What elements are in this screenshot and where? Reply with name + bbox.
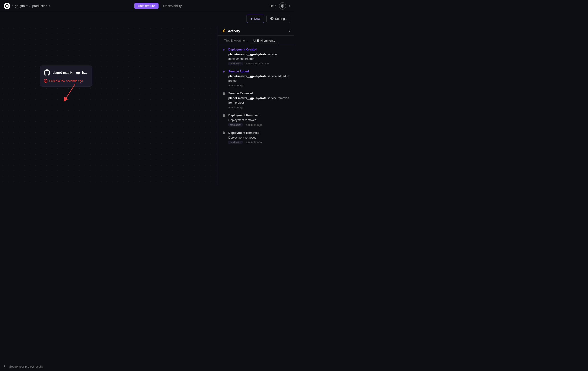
event-meta: a minute ago — [228, 84, 290, 87]
event-meta: a minute ago — [228, 106, 290, 109]
plus-icon: + — [251, 17, 252, 21]
service-card-header: planet-matrix__gp--hyd... — [44, 69, 88, 76]
event-description: planet-matrix__gp--hydrate service remov… — [228, 96, 290, 105]
chevron-down-icon: ▾ — [26, 4, 28, 8]
trash-icon: 🗑 — [222, 131, 225, 134]
bullet-trash: 🗑 — [221, 92, 226, 109]
nav-tabs: Architecture Observability — [134, 3, 185, 9]
settings-icon[interactable] — [279, 2, 286, 10]
chevron-down-icon: ▾ — [49, 4, 50, 8]
nav-account-chevron[interactable]: ▾ — [289, 4, 290, 8]
activity-icon: ⚡ — [221, 29, 226, 33]
activity-feed: + Deployment Created planet-matrix__gp--… — [218, 44, 294, 186]
event-title: Service Added — [228, 70, 290, 73]
nav-right: Help ▾ — [270, 2, 290, 10]
list-item: + Service Added planet-matrix__gp--hydra… — [221, 70, 290, 87]
activity-chevron-icon[interactable]: ▾ — [289, 29, 290, 33]
bullet-plus: + — [221, 70, 226, 87]
breadcrumb-separator-1: / — [12, 3, 13, 8]
trash-icon: 🗑 — [222, 114, 225, 117]
trash-icon: 🗑 — [222, 92, 225, 95]
event-title: Deployment Removed — [228, 113, 262, 117]
event-title: Deployment Removed — [228, 131, 262, 134]
event-title: Service Removed — [228, 92, 290, 95]
service-name: planet-matrix__gp--hyd... — [52, 71, 88, 75]
top-navigation: / gp-gfm ▾ / production ▾ Architecture O… — [0, 0, 294, 12]
bullet-trash: 🗑 — [221, 131, 226, 144]
logo[interactable] — [4, 3, 10, 9]
subtoolbar: + New Settings — [0, 12, 294, 26]
breadcrumb-project[interactable]: gp-gfm ▾ — [15, 4, 28, 8]
event-description: planet-matrix__gp--hydrate service deplo… — [228, 52, 290, 61]
gear-icon — [270, 17, 273, 21]
event-description: Deployment removed — [228, 135, 262, 140]
event-title: Deployment Created — [228, 48, 290, 51]
settings-button[interactable]: Settings — [266, 15, 290, 23]
list-item: 🗑 Service Removed planet-matrix__gp--hyd… — [221, 92, 290, 109]
main-area: planet-matrix__gp--hyd... ✕ Failed a few… — [0, 26, 294, 186]
help-link[interactable]: Help — [270, 4, 276, 8]
error-icon: ✕ — [44, 79, 47, 83]
activity-panel: ⚡ Activity ▾ This Environment All Enviro… — [218, 26, 294, 186]
breadcrumb-separator-2: / — [29, 3, 31, 8]
event-meta: production · a few seconds ago — [228, 62, 290, 65]
bullet-trash: 🗑 — [221, 113, 226, 127]
github-icon — [44, 69, 50, 76]
list-item: 🗑 Deployment Removed Deployment removed … — [221, 113, 290, 127]
service-card[interactable]: planet-matrix__gp--hyd... ✕ Failed a few… — [40, 65, 92, 87]
svg-point-2 — [272, 18, 273, 19]
breadcrumb-environment[interactable]: production ▾ — [32, 4, 50, 8]
tab-observability[interactable]: Observability — [159, 3, 185, 9]
activity-header: ⚡ Activity ▾ — [218, 26, 294, 36]
list-item: 🗑 Deployment Removed Deployment removed … — [221, 131, 290, 144]
canvas[interactable]: planet-matrix__gp--hyd... ✕ Failed a few… — [0, 26, 218, 186]
tab-this-environment[interactable]: This Environment — [221, 37, 250, 44]
list-item: + Deployment Created planet-matrix__gp--… — [221, 48, 290, 65]
new-button[interactable]: + New — [247, 15, 264, 23]
activity-title: Activity — [228, 29, 240, 33]
activity-tabs: This Environment All Environments — [218, 36, 294, 44]
event-meta: production · a minute ago — [228, 123, 262, 127]
tab-all-environments[interactable]: All Environments — [250, 37, 278, 44]
event-meta: production · a minute ago — [228, 141, 262, 144]
service-status: ✕ Failed a few seconds ago — [44, 79, 88, 83]
bullet-plus: + — [221, 48, 226, 65]
svg-point-1 — [282, 5, 283, 6]
event-description: planet-matrix__gp--hydrate service added… — [228, 74, 290, 83]
event-description: Deployment removed — [228, 118, 262, 122]
tab-architecture[interactable]: Architecture — [134, 3, 159, 9]
